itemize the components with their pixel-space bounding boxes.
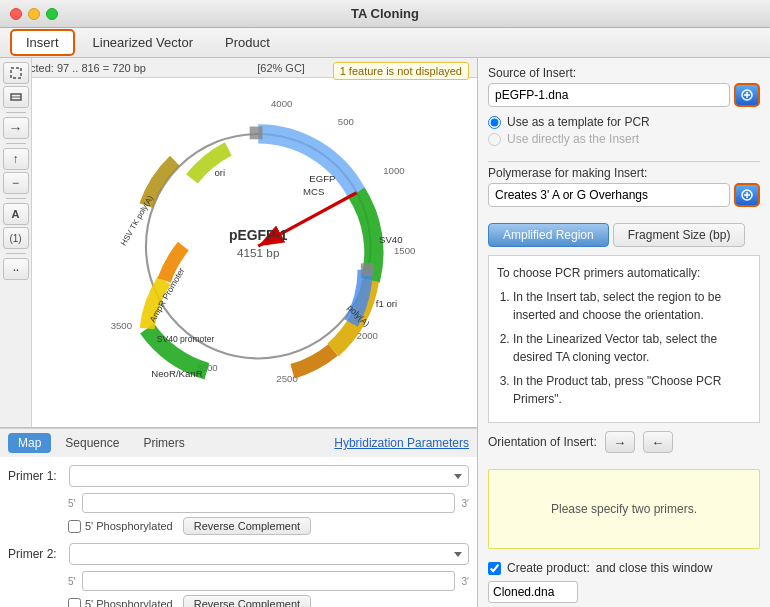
primer1-row: Primer 1: [8, 465, 469, 487]
primer2-seq-input[interactable] [82, 571, 455, 591]
primer1-five-prime: 5′ [68, 498, 82, 509]
orient-reverse-btn[interactable]: ← [643, 431, 673, 453]
tab-map[interactable]: Map [8, 433, 51, 453]
map-area: Selected: 97 .. 816 = 720 bp [62% GC] ◎ … [0, 58, 477, 428]
source-input[interactable] [488, 83, 730, 107]
orient-forward-btn[interactable]: → [605, 431, 635, 453]
polymerase-input[interactable] [488, 183, 730, 207]
svg-text:SV40 promoter: SV40 promoter [156, 334, 214, 344]
source-label: Source of Insert: [488, 66, 760, 80]
left-toolbar: → ↑ − A (1) ·· [0, 58, 32, 427]
instructions-header: To choose PCR primers automatically: [497, 264, 751, 282]
toolbar-sep-1 [6, 112, 26, 113]
toolbar-sep-4 [6, 253, 26, 254]
tab-insert[interactable]: Insert [10, 29, 75, 56]
radio-direct-row: Use directly as the Insert [488, 132, 760, 146]
create-product-label: Create product: [507, 561, 590, 575]
arrow-up-btn[interactable]: ↑ [3, 148, 29, 170]
svg-text:MCS: MCS [303, 185, 324, 196]
tab-product[interactable]: Product [211, 31, 284, 54]
primer1-three-prime: 3′ [455, 498, 469, 509]
toolbar-sep-2 [6, 143, 26, 144]
svg-text:pEGFP-1: pEGFP-1 [228, 226, 287, 242]
region-tab-fragment[interactable]: Fragment Size (bp) [613, 223, 746, 247]
svg-text:SV40: SV40 [378, 234, 402, 245]
svg-rect-0 [11, 68, 21, 78]
svg-text:ori: ori [214, 166, 225, 177]
orientation-label: Orientation of Insert: [488, 435, 597, 449]
right-panel: Source of Insert: Use as a template for … [478, 58, 770, 607]
primer2-row: Primer 2: [8, 543, 469, 565]
right-content: Source of Insert: Use as a template for … [478, 58, 770, 469]
primer2-select[interactable] [69, 543, 469, 565]
svg-rect-13 [249, 126, 262, 139]
polymerase-browse-btn[interactable] [734, 183, 760, 207]
primer1-seq-row: 5′ 3′ [68, 493, 469, 513]
minus-btn[interactable]: − [3, 172, 29, 194]
dots-tool-btn[interactable]: ·· [3, 258, 29, 280]
primer1-seq-input[interactable] [82, 493, 455, 513]
instructions-box: To choose PCR primers automatically: In … [488, 255, 760, 423]
primer1-label: Primer 1: [8, 469, 63, 483]
product-name-input[interactable] [488, 581, 578, 603]
polymerase-row [488, 183, 760, 207]
region-tab-amplified[interactable]: Amplified Region [488, 223, 609, 247]
primer2-rev-comp-btn[interactable]: Reverse Complement [183, 595, 311, 607]
radio-template-label: Use as a template for PCR [507, 115, 650, 129]
maximize-button[interactable] [46, 8, 58, 20]
radio-direct-label: Use directly as the Insert [507, 132, 639, 146]
radio-template-row: Use as a template for PCR [488, 115, 760, 129]
svg-text:500: 500 [337, 116, 353, 127]
tab-sequence[interactable]: Sequence [55, 433, 129, 453]
primer2-phospho-check[interactable] [68, 598, 81, 608]
create-product-check[interactable] [488, 562, 501, 575]
primer2-three-prime: 3′ [455, 576, 469, 587]
arrow-tool-btn[interactable]: → [3, 117, 29, 139]
tab-primers[interactable]: Primers [133, 433, 194, 453]
tab-linearized-vector[interactable]: Linearized Vector [79, 31, 207, 54]
primer1-phospho-label[interactable]: 5' Phosphorylated [68, 520, 173, 533]
text-tool-btn[interactable]: A [3, 203, 29, 225]
hybridization-link[interactable]: Hybridization Parameters [334, 436, 469, 450]
primer2-five-prime: 5′ [68, 576, 82, 587]
close-button[interactable] [10, 8, 22, 20]
radio-direct[interactable] [488, 133, 501, 146]
source-browse-btn[interactable] [734, 83, 760, 107]
primer1-phospho-check[interactable] [68, 520, 81, 533]
primer1-rev-comp-btn[interactable]: Reverse Complement [183, 517, 311, 535]
cell-tool-btn[interactable] [3, 86, 29, 108]
num-tool-btn[interactable]: (1) [3, 227, 29, 249]
main-layout: Selected: 97 .. 816 = 720 bp [62% GC] ◎ … [0, 58, 770, 607]
radio-group: Use as a template for PCR Use directly a… [488, 115, 760, 149]
svg-text:f1 ori: f1 ori [375, 298, 396, 309]
minimize-button[interactable] [28, 8, 40, 20]
svg-text:1500: 1500 [393, 244, 414, 255]
instruction-3: In the Product tab, press "Choose PCR Pr… [513, 372, 751, 408]
circular-map: 4000 500 1000 1500 2000 2500 3000 3500 [32, 58, 477, 427]
svg-text:1000: 1000 [383, 164, 404, 175]
create-product-row: Create product: and close this window [478, 557, 770, 579]
orientation-row: Orientation of Insert: → ← [488, 431, 760, 453]
svg-text:3500: 3500 [110, 319, 131, 330]
toolbar-sep-3 [6, 198, 26, 199]
traffic-lights [10, 8, 58, 20]
svg-text:4000: 4000 [271, 98, 292, 109]
polymerase-label: Polymerase for making Insert: [488, 166, 760, 180]
titlebar: TA Cloning [0, 0, 770, 28]
selection-tool-btn[interactable] [3, 62, 29, 84]
instructions-list: In the Insert tab, select the region to … [497, 288, 751, 408]
primer2-phospho-label[interactable]: 5' Phosphorylated [68, 598, 173, 608]
svg-text:4151 bp: 4151 bp [236, 245, 279, 258]
tab-bar: Insert Linearized Vector Product [0, 28, 770, 58]
primer1-select[interactable] [69, 465, 469, 487]
polymerase-section: Polymerase for making Insert: [488, 166, 760, 215]
divider-1 [488, 161, 760, 162]
plasmid-svg: 4000 500 1000 1500 2000 2500 3000 3500 [55, 88, 455, 398]
bottom-tabs: Map Sequence Primers Hybridization Param… [0, 428, 477, 457]
close-window-label: and close this window [596, 561, 713, 575]
instruction-2: In the Linearized Vector tab, select the… [513, 330, 751, 366]
app-title: TA Cloning [351, 6, 419, 21]
bottom-right: Please specify two primers. Create produ… [478, 469, 770, 607]
radio-template[interactable] [488, 116, 501, 129]
left-panel: Selected: 97 .. 816 = 720 bp [62% GC] ◎ … [0, 58, 478, 607]
